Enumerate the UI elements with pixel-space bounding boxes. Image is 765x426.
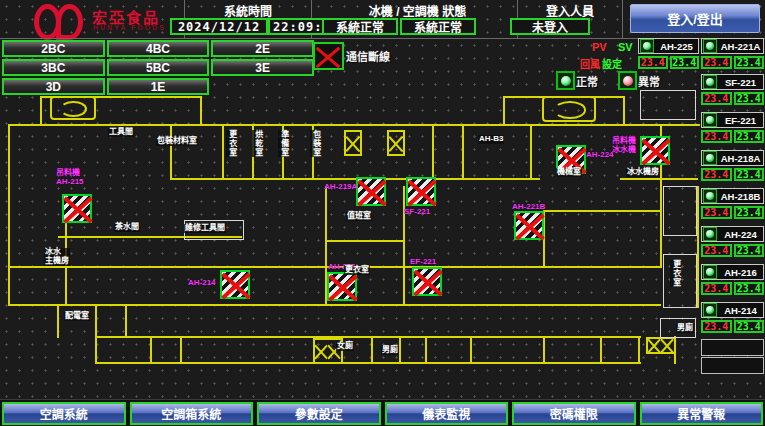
equipment-name: EF-221 — [718, 115, 763, 126]
pv-value: 23.4 — [701, 206, 732, 219]
system-date-value: 2024/12/12 — [170, 18, 268, 35]
wall-segment — [57, 304, 59, 338]
pv-value: 23.4 — [701, 244, 732, 257]
ahu-unit-label: AH-221B — [512, 202, 545, 211]
ahu-unit-label: AH-214 — [188, 278, 216, 287]
sv-value: 23.4 — [734, 282, 765, 295]
equipment-plate[interactable]: AH-214 — [701, 302, 764, 318]
wall-segment — [399, 336, 401, 364]
equipment-plate[interactable]: AH-218A — [701, 150, 764, 166]
equipment-plate[interactable]: EF-221 — [701, 112, 764, 128]
room-label: 更衣室 — [344, 266, 370, 275]
ahu-comm-fail-icon[interactable] — [356, 177, 386, 206]
header: 宏亞食品 HUNYA FOODS 系統時間 2024/12/12 22:09:5… — [0, 0, 765, 38]
wall-segment — [503, 96, 505, 126]
pv-value: 23.4 — [701, 168, 732, 181]
ahu-status-value: 系統正常 — [400, 18, 476, 35]
floor-button[interactable]: 5BC — [107, 59, 210, 76]
equipment-group: AH-218B 23.4 23.4 — [701, 188, 764, 219]
ahu-comm-fail-icon[interactable] — [327, 272, 357, 301]
login-user-label: 登入人員 — [520, 2, 620, 19]
sv-row-label: 設定 — [602, 56, 622, 71]
sv-value: 23.4 — [670, 56, 700, 69]
ahu-unit-label: AH-219A — [324, 182, 357, 191]
elevator-icon — [542, 96, 596, 122]
nav-button[interactable]: 空調箱系統 — [130, 402, 254, 425]
equipment-group: AH-214 23.4 23.4 — [701, 302, 764, 333]
ahu-unit-label: 吊料機 AH-215 — [56, 168, 84, 186]
nav-button[interactable]: 參數設定 — [257, 402, 381, 425]
equipment-plate[interactable]: AH-216 — [701, 264, 764, 280]
floor-button[interactable]: 3E — [211, 59, 314, 76]
equipment-name: AH-218B — [718, 191, 763, 202]
empty-equipment-slot — [701, 339, 764, 356]
wall-segment — [600, 336, 602, 364]
status-lamp-icon — [640, 39, 654, 53]
ahu-comm-fail-icon[interactable] — [640, 136, 670, 165]
nav-button[interactable]: 空調系統 — [2, 402, 126, 425]
room-label: 男廁 — [676, 324, 694, 333]
wall-segment — [95, 304, 97, 364]
nav-button[interactable]: 儀表監視 — [385, 402, 509, 425]
nav-button[interactable]: 密碼權限 — [512, 402, 636, 425]
wall-segment — [638, 336, 640, 364]
equipment-name: AH-218A — [718, 153, 763, 164]
equipment-group: AH-221A 23.4 23.4 — [701, 38, 764, 69]
bottom-nav: 空調系統空調箱系統參數設定儀表監視密碼權限異常警報 — [0, 399, 765, 426]
floor-button[interactable]: 2BC — [2, 40, 105, 57]
wall-segment — [432, 124, 434, 180]
wall-segment — [425, 336, 427, 364]
ahu-comm-fail-icon[interactable] — [514, 211, 544, 240]
floor-button-grid: 2BC4BC2E3BC5BC3E3D1E — [2, 40, 314, 95]
equipment-plate[interactable]: AH-218B — [701, 188, 764, 204]
equipment-name: AH-216 — [718, 267, 763, 278]
equipment-plate[interactable]: AH-224 — [701, 226, 764, 242]
elevator-icon — [50, 96, 96, 120]
abnormal-label: 異常 — [638, 73, 660, 89]
comm-fail-icon — [313, 42, 344, 70]
floor-plan-map: 吊料機 AH-215 AH-214 AH-219A SF-221 EF-221 … — [0, 90, 700, 402]
comm-fail-label: 通信斷線 — [346, 48, 390, 64]
wall-segment — [620, 178, 698, 180]
ahu-comm-fail-icon[interactable] — [406, 177, 436, 206]
abnormal-lamp-icon — [618, 71, 637, 90]
equipment-group: AH-218A 23.4 23.4 — [701, 150, 764, 181]
sv-value: 23.4 — [734, 244, 765, 257]
status-lamp-icon — [703, 113, 717, 127]
pv-value: 23.4 — [638, 56, 668, 69]
wall-segment — [462, 124, 464, 180]
room-label: 烘乾室 — [252, 130, 263, 157]
equipment-group: AH-216 23.4 23.4 — [701, 264, 764, 295]
ahu-comm-fail-icon[interactable] — [412, 267, 442, 296]
wall-segment — [543, 336, 545, 364]
equipment-plate[interactable]: AH-225 — [638, 38, 699, 54]
login-logout-button[interactable]: 登入/登出 — [630, 4, 760, 33]
ahu-unit-label: AH-224 — [586, 150, 614, 159]
empty-equipment-slot — [701, 357, 764, 374]
equipment-name: AH-221A — [718, 41, 763, 52]
floor-button[interactable]: 4BC — [107, 40, 210, 57]
ahu-comm-fail-icon[interactable] — [220, 270, 250, 299]
nav-button[interactable]: 異常警報 — [640, 402, 764, 425]
floor-button[interactable]: 2E — [211, 40, 314, 57]
sv-value: 23.4 — [734, 56, 765, 69]
wall-segment — [543, 210, 660, 212]
ahu-unit-label: EF-221 — [410, 257, 436, 266]
wall-segment — [170, 124, 172, 180]
equipment-name: AH-224 — [718, 229, 763, 240]
ahu-comm-fail-icon[interactable] — [62, 194, 92, 223]
equipment-name: SF-221 — [718, 77, 763, 88]
equipment-plate[interactable]: SF-221 — [701, 74, 764, 90]
wall-segment — [371, 336, 373, 364]
sv-value: 23.4 — [734, 168, 765, 181]
wall-segment — [8, 124, 700, 126]
wall-segment — [95, 362, 641, 364]
pv-value: 23.4 — [701, 130, 732, 143]
equipment-plate[interactable]: AH-221A — [701, 38, 764, 54]
room-outline — [640, 90, 696, 120]
floor-button[interactable]: 3BC — [2, 59, 105, 76]
stairs-icon — [646, 337, 676, 354]
wall-segment — [623, 96, 625, 126]
wall-segment — [170, 178, 540, 180]
sv-value: 23.4 — [734, 130, 765, 143]
